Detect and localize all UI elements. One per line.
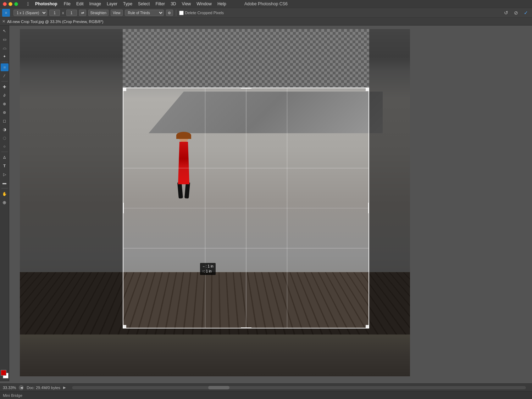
dim-left xyxy=(20,88,123,328)
menu-help[interactable]: Help xyxy=(215,0,229,8)
tooltip-line1: ←: 1 in xyxy=(202,264,214,269)
mini-bridge-label: Mini Bridge xyxy=(3,393,22,398)
hand-tool[interactable]: ✋ xyxy=(1,190,9,198)
window-title: Adobe Photoshop CS6 xyxy=(244,1,288,6)
menu-bar:  Photoshop File Edit Image Layer Type S… xyxy=(0,0,532,8)
crop-handle-bottom-right[interactable] xyxy=(366,325,369,328)
apple-logo-icon[interactable]:  xyxy=(21,1,35,7)
path-select-tool[interactable]: ▷ xyxy=(1,170,9,178)
doc-info: Doc: 29.4M/0 bytes xyxy=(27,386,60,390)
separator-3 xyxy=(1,152,8,152)
mini-bridge[interactable]: Mini Bridge xyxy=(0,391,532,399)
tab-label: All-new Crop Tool.jpg @ 33.3% (Crop Prev… xyxy=(7,19,103,24)
main-layout: ↖ ▭ ⌓ ✦ ⌗ ∕ ✚ ∂ ⊕ ⊛ ◻ ◑ ◌ ○ ∆ T ▷ ▬ ✋ ⊕ xyxy=(0,26,532,381)
overlay-select[interactable]: Rule of Thirds Grid None xyxy=(125,10,164,16)
cancel-crop-icon[interactable]: ⊘ xyxy=(512,9,520,17)
crop-height-input[interactable] xyxy=(66,10,77,16)
menu-edit[interactable]: Edit xyxy=(73,0,87,8)
marquee-tool[interactable]: ▭ xyxy=(1,35,9,43)
tooltip-line2: ↑: 1 in xyxy=(202,269,214,274)
menu-3d[interactable]: 3D xyxy=(168,0,179,8)
blur-tool[interactable]: ◌ xyxy=(1,134,9,142)
commit-crop-icon[interactable]: ✓ xyxy=(522,9,530,17)
traffic-lights xyxy=(0,2,21,6)
move-tool[interactable]: ↖ xyxy=(1,27,9,35)
tab-close-button[interactable]: ✕ xyxy=(2,19,5,24)
crop-tool[interactable]: ⌗ xyxy=(1,63,9,71)
menu-select[interactable]: Select xyxy=(135,0,153,8)
crop-overlay[interactable] xyxy=(123,88,369,328)
healing-brush-tool[interactable]: ✚ xyxy=(1,83,9,91)
zoom-level: 33.33% xyxy=(3,386,16,390)
menu-file[interactable]: File xyxy=(61,0,73,8)
clone-stamp-tool[interactable]: ⊕ xyxy=(1,100,9,108)
options-bar: ⌗ 1 x 1 (Square) Original Ratio Unconstr… xyxy=(0,8,532,18)
toolbar: ↖ ▭ ⌓ ✦ ⌗ ∕ ✚ ∂ ⊕ ⊛ ◻ ◑ ◌ ○ ∆ T ▷ ▬ ✋ ⊕ xyxy=(0,26,9,381)
delete-pixels-checkbox[interactable] xyxy=(179,11,184,15)
eyedropper-tool[interactable]: ∕ xyxy=(1,72,9,80)
dim-top xyxy=(20,29,410,88)
play-button[interactable]: ▶ xyxy=(63,386,66,389)
view-button[interactable]: View xyxy=(111,10,123,16)
type-tool[interactable]: T xyxy=(1,162,9,170)
dimension-separator: x xyxy=(62,11,64,15)
quick-select-tool[interactable]: ✦ xyxy=(1,52,9,60)
menu-layer[interactable]: Layer xyxy=(104,0,120,8)
crop-handle-bottom-left[interactable] xyxy=(123,325,126,328)
straighten-button[interactable]: Straighten xyxy=(88,10,109,16)
gradient-tool[interactable]: ◑ xyxy=(1,125,9,133)
crop-handle-top-left[interactable] xyxy=(123,88,126,91)
status-bar: 33.33% ◀ Doc: 29.4M/0 bytes ▶ xyxy=(0,383,532,391)
menu-view[interactable]: View xyxy=(179,0,194,8)
divider xyxy=(176,10,176,16)
status-arrow-btn[interactable]: ◀ xyxy=(19,385,24,390)
color-swatch-area xyxy=(1,370,9,381)
swap-dimensions-button[interactable]: ⇄ xyxy=(79,10,86,16)
minimize-button[interactable] xyxy=(9,2,12,6)
crop-tool-icon[interactable]: ⌗ xyxy=(2,9,10,17)
scrollbar-thumb[interactable] xyxy=(208,386,229,389)
menu-type[interactable]: Type xyxy=(120,0,135,8)
menu-image[interactable]: Image xyxy=(87,0,104,8)
rotate-counterclockwise-icon[interactable]: ↺ xyxy=(502,9,510,17)
canvas-area[interactable]: ←: 1 in ↑: 1 in xyxy=(9,26,532,381)
crop-tooltip: ←: 1 in ↑: 1 in xyxy=(200,263,216,275)
separator-1 xyxy=(1,62,8,62)
horizontal-scrollbar[interactable] xyxy=(72,386,526,390)
dim-right xyxy=(369,88,410,328)
maximize-button[interactable] xyxy=(14,2,18,6)
right-icons: ↺ ⊘ ✓ xyxy=(502,9,530,17)
pen-tool[interactable]: ∆ xyxy=(1,153,9,161)
lasso-tool[interactable]: ⌓ xyxy=(1,44,9,52)
separator-4 xyxy=(1,188,8,189)
brush-tool[interactable]: ∂ xyxy=(1,91,9,99)
close-button[interactable] xyxy=(3,2,7,6)
menu-filter[interactable]: Filter xyxy=(153,0,168,8)
foreground-color[interactable] xyxy=(1,370,6,376)
dim-bottom xyxy=(20,328,410,376)
delete-pixels-label[interactable]: Delete Cropped Pixels xyxy=(179,11,224,15)
history-brush-tool[interactable]: ⊛ xyxy=(1,108,9,116)
separator-2 xyxy=(1,81,8,82)
settings-icon[interactable]: ⚙ xyxy=(166,10,173,16)
menu-window[interactable]: Window xyxy=(194,0,215,8)
dodge-tool[interactable]: ○ xyxy=(1,142,9,150)
shape-tool[interactable]: ▬ xyxy=(1,179,9,187)
photo-canvas: ←: 1 in ↑: 1 in xyxy=(20,29,410,376)
eraser-tool[interactable]: ◻ xyxy=(1,117,9,125)
app-name-label: Photoshop xyxy=(35,1,57,6)
zoom-tool[interactable]: ⊕ xyxy=(1,198,9,206)
crop-handle-top-right[interactable] xyxy=(366,88,369,91)
tab-bar: ✕ All-new Crop Tool.jpg @ 33.3% (Crop Pr… xyxy=(0,18,532,26)
crop-preset-select[interactable]: 1 x 1 (Square) Original Ratio Unconstrai… xyxy=(13,10,47,16)
center-line-horizontal xyxy=(123,208,368,208)
crop-width-input[interactable] xyxy=(49,10,60,16)
